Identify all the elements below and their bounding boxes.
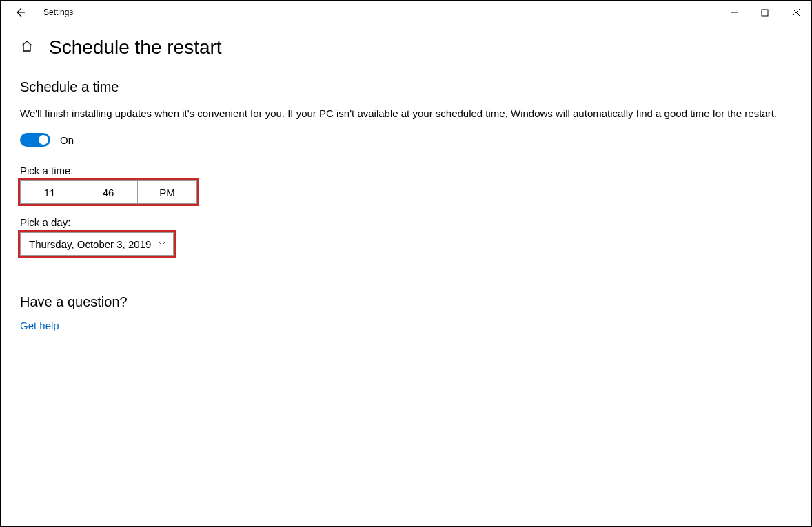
help-heading: Have a question? (20, 294, 792, 310)
page-header: Schedule the restart (1, 24, 811, 65)
day-value: Thursday, October 3, 2019 (29, 238, 151, 250)
time-ampm[interactable]: PM (138, 181, 196, 203)
close-button[interactable] (780, 1, 811, 24)
time-picker[interactable]: 11 46 PM (20, 180, 197, 204)
chevron-down-icon (158, 238, 166, 250)
minimize-button[interactable] (718, 1, 749, 24)
pick-time-label: Pick a time: (20, 165, 792, 176)
day-picker[interactable]: Thursday, October 3, 2019 (20, 232, 174, 256)
time-hour[interactable]: 11 (21, 181, 79, 203)
schedule-toggle-label: On (60, 134, 74, 146)
back-button[interactable] (6, 1, 34, 24)
schedule-description: We'll finish installing updates when it'… (20, 106, 778, 121)
close-icon (792, 8, 800, 17)
page-title: Schedule the restart (49, 37, 222, 59)
maximize-button[interactable] (749, 1, 780, 24)
titlebar: Settings (1, 1, 811, 24)
maximize-icon (761, 9, 769, 17)
minimize-icon (730, 8, 738, 17)
home-icon (20, 39, 34, 53)
schedule-toggle-row: On (20, 133, 792, 147)
svg-rect-0 (762, 10, 768, 16)
time-minute[interactable]: 46 (79, 181, 138, 203)
schedule-toggle[interactable] (20, 133, 50, 147)
window-controls (718, 1, 811, 24)
get-help-link[interactable]: Get help (20, 320, 792, 331)
window-title: Settings (43, 8, 73, 17)
pick-day-label: Pick a day: (20, 216, 792, 228)
content-area: Schedule a time We'll finish installing … (1, 65, 811, 331)
back-arrow-icon (14, 7, 26, 18)
schedule-time-heading: Schedule a time (20, 79, 792, 95)
home-button[interactable] (20, 39, 34, 56)
